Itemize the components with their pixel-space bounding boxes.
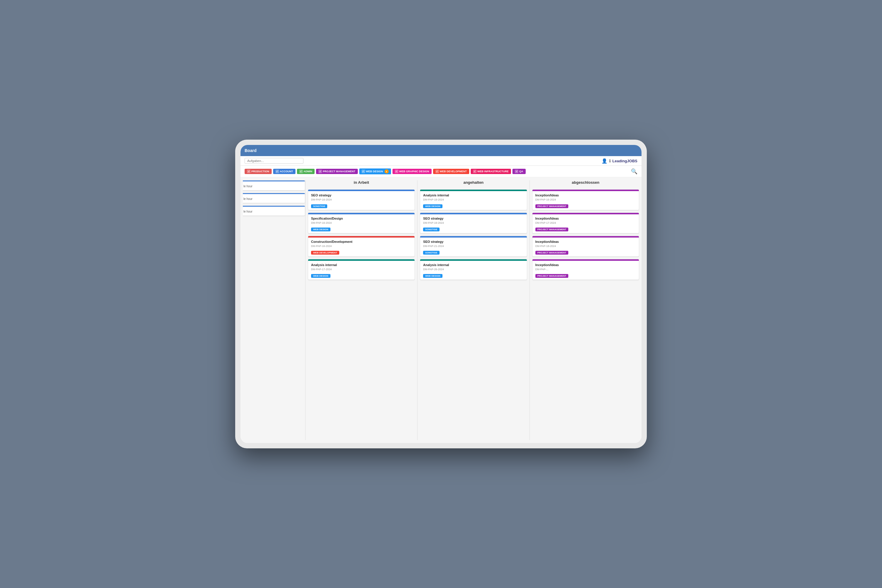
card-title: Inception/Ideas	[536, 194, 636, 197]
filter-tag-admin[interactable]: ✓ ADMIN	[297, 169, 315, 174]
checkbox-icon: ✓	[515, 170, 518, 173]
logo-text: LeadingJOBS	[612, 159, 638, 163]
search-icon[interactable]: 🔍	[631, 168, 638, 175]
card-tag: WEB DESIGN	[423, 204, 442, 208]
card-tag: PROJECT MANAGEMENT	[536, 228, 568, 231]
tablet-screen: Board 👤 ℹ LeadingJOBS ✓ PRODUCTION ✓ ACC…	[240, 145, 642, 443]
card-tag: SONSTIGE	[423, 251, 439, 255]
card-tag: SONSTIGE	[423, 228, 439, 231]
card-tag: PROJECT MANAGEMENT	[536, 251, 568, 255]
column-abgeschlossen: abgeschlossen Inception/Ideas DM-PAP-16-…	[530, 177, 642, 443]
card-id: DM-PAP-16-2024	[311, 244, 412, 248]
filter-label: WEB DESIGN	[366, 170, 383, 173]
partial-card-label: le hour	[243, 184, 252, 188]
header-bar: Board	[240, 145, 642, 156]
logo-area: 👤 ℹ LeadingJOBS	[602, 158, 638, 164]
task-card[interactable]: Inception/Ideas DM-PAP-... PROJECT MANAG…	[532, 259, 639, 280]
person-icon: 👤	[602, 158, 608, 164]
task-card[interactable]: SEO strategy DM-PAP-21-2024 SONSTIGE	[420, 236, 527, 256]
col-header-in-arbeit: in Arbeit	[308, 180, 415, 186]
card-tag: WEB DEVELOPMENT	[311, 251, 339, 255]
filter-tag-web-development[interactable]: ✓ WEB DEVELOPMENT	[433, 169, 469, 174]
angehalten-cards: Analysis internal DM-PAP-19-2024 WEB DES…	[420, 189, 527, 440]
filter-label: WEB DEVELOPMENT	[440, 170, 467, 173]
filter-label: ADMIN	[304, 170, 312, 173]
col-header-abgeschlossen: abgeschlossen	[532, 180, 639, 186]
task-card[interactable]: Inception/Ideas DM-PAP-17-2024 PROJECT M…	[532, 213, 639, 233]
col-header-angehalten: angehalten	[420, 180, 527, 186]
card-id: DM-PAP-21-2024	[423, 244, 524, 248]
task-card[interactable]: SEO strategy DM-PAP-16-2024 SONSTIGE	[308, 189, 415, 210]
checkbox-icon: ✓	[473, 170, 477, 173]
filter-label: WEB INFRASTRUCTURE	[477, 170, 509, 173]
card-id: DM-PAP-16-2024	[536, 198, 636, 201]
card-title: Specification/Design	[311, 217, 412, 220]
task-card[interactable]: Inception/Ideas DM-PAP-16-2024 PROJECT M…	[532, 189, 639, 210]
abgeschlossen-cards: Inception/Ideas DM-PAP-16-2024 PROJECT M…	[532, 189, 639, 440]
badge: 1	[384, 170, 388, 174]
card-title: Construction/Development	[311, 240, 412, 243]
task-card[interactable]: Inception/Ideas DM-PAP-18-2024 PROJECT M…	[532, 236, 639, 256]
header-title: Board	[244, 148, 256, 153]
task-card[interactable]: Analysis internal DM-PAP-26-2024 WEB DES…	[420, 259, 527, 280]
task-card[interactable]: SEO strategy DM-PAP-19-2024 SONSTIGE	[420, 213, 527, 233]
partial-card-label: le hour	[243, 197, 252, 201]
card-tag: PROJECT MANAGEMENT	[536, 204, 568, 208]
card-tag: WEB DESIGN	[423, 274, 442, 278]
filter-tag-qa[interactable]: ✓ QA	[513, 169, 526, 174]
partial-card[interactable]: le hour	[243, 206, 305, 216]
card-title: Analysis internal	[311, 263, 412, 267]
partial-card-label: le hour	[243, 210, 252, 213]
task-card[interactable]: Specification/Design DM-PAP-16-2024 WEB …	[308, 213, 415, 233]
filter-tag-production[interactable]: ✓ PRODUCTION	[244, 169, 272, 174]
partial-card[interactable]: le hour	[243, 180, 305, 190]
filter-tag-web-infrastructure[interactable]: ✓ WEB INFRASTRUCTURE	[471, 169, 511, 174]
task-card[interactable]: Analysis internal DM-PAP-19-2024 WEB DES…	[420, 189, 527, 210]
checkbox-icon: ✓	[435, 170, 439, 173]
card-tag: PROJECT MANAGEMENT	[536, 274, 568, 278]
card-id: DM-PAP-19-2024	[423, 221, 524, 224]
card-title: SEO strategy	[311, 194, 412, 197]
checkbox-icon: ✓	[247, 170, 250, 173]
card-tag: SONSTIGE	[311, 204, 327, 208]
partial-cards: le hour le hour le hour	[243, 180, 305, 440]
card-title: Inception/Ideas	[536, 217, 636, 220]
column-in-arbeit: in Arbeit SEO strategy DM-PAP-16-2024 SO…	[306, 177, 417, 443]
filter-label: WEB GRAPHIC DESIGN	[399, 170, 429, 173]
card-id: DM-PAP-17-2024	[536, 221, 636, 224]
filter-label: PROJECT MANAGEMENT	[323, 170, 356, 173]
info-icon: ℹ	[609, 159, 610, 163]
search-input[interactable]	[244, 158, 303, 164]
card-tag: WEB DESIGN	[311, 274, 330, 278]
card-tag: WEB DESIGN	[311, 228, 330, 231]
checkbox-icon: ✓	[276, 170, 279, 173]
task-card[interactable]: Analysis internal DM-PAP-17-2024 WEB DES…	[308, 259, 415, 280]
filter-bar: ✓ PRODUCTION ✓ ACCOUNT ✓ ADMIN ✓ PROJECT…	[240, 166, 642, 177]
card-id: DM-PAP-18-2024	[536, 244, 636, 248]
checkbox-icon: ✓	[318, 170, 322, 173]
card-id: DM-PAP-16-2024	[311, 198, 412, 201]
checkbox-icon: ✓	[362, 170, 365, 173]
filter-label: QA	[519, 170, 524, 173]
partial-card[interactable]: le hour	[243, 193, 305, 203]
card-title: Inception/Ideas	[536, 263, 636, 267]
checkbox-icon: ✓	[395, 170, 398, 173]
toolbar: 👤 ℹ LeadingJOBS	[240, 156, 642, 166]
checkbox-icon: ✓	[299, 170, 303, 173]
tablet: Board 👤 ℹ LeadingJOBS ✓ PRODUCTION ✓ ACC…	[235, 140, 647, 448]
card-id: DM-PAP-16-2024	[311, 221, 412, 224]
card-title: SEO strategy	[423, 240, 524, 243]
card-title: Inception/Ideas	[536, 240, 636, 243]
filter-tag-account[interactable]: ✓ ACCOUNT	[273, 169, 296, 174]
column-partial: le hour le hour le hour	[240, 177, 305, 443]
filter-tag-web-design[interactable]: ✓ WEB DESIGN 1	[359, 168, 391, 174]
column-angehalten: angehalten Analysis internal DM-PAP-19-2…	[417, 177, 529, 443]
card-title: SEO strategy	[423, 217, 524, 220]
card-title: Analysis internal	[423, 263, 524, 267]
filter-tag-project-management[interactable]: ✓ PROJECT MANAGEMENT	[316, 169, 358, 174]
filter-label: PRODUCTION	[251, 170, 269, 173]
card-id: DM-PAP-19-2024	[423, 198, 524, 201]
filter-tag-web-graphic-design[interactable]: ✓ WEB GRAPHIC DESIGN	[393, 169, 432, 174]
task-card[interactable]: Construction/Development DM-PAP-16-2024 …	[308, 236, 415, 256]
in-arbeit-cards: SEO strategy DM-PAP-16-2024 SONSTIGE Spe…	[308, 189, 415, 440]
